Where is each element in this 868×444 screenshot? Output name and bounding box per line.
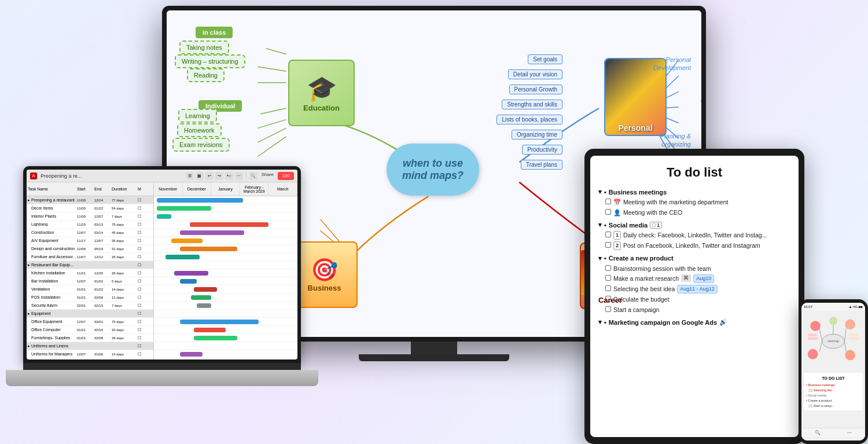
emoji-marketing: 🔊: [719, 318, 727, 326]
gantt-controls[interactable]: ☰ ▦ ↩ ↪ +○ ⋯ 🔍 Share 100: [186, 172, 294, 180]
gantt-row[interactable]: Office Equipment 12/07 03/01 75 days ☐: [27, 318, 153, 326]
section-label-social: Social media: [609, 222, 648, 229]
phone-more-icon[interactable]: ⋯: [847, 430, 852, 435]
gantt-row[interactable]: Decor Items 11/00 01/22 54 days ☐: [27, 204, 153, 212]
view-btn[interactable]: ▦: [196, 172, 204, 180]
svg-line-14: [258, 137, 286, 156]
gantt-row[interactable]: ▸ Restaurant Bar Equipment ☐: [27, 261, 153, 269]
writing-box: Writing – structuring: [175, 54, 245, 68]
num-1: 1: [613, 231, 621, 240]
month-mar: March: [269, 182, 297, 196]
section-header-business[interactable]: ▾ • Business meetings: [598, 188, 790, 196]
gantt-bar-row: [154, 253, 297, 261]
gantt-bar-row: [154, 293, 297, 302]
task-start: 01/21: [77, 328, 94, 332]
checkbox-social1[interactable]: [605, 232, 611, 237]
gantt-bar: [194, 287, 217, 292]
task-duration: 31 days: [112, 247, 138, 251]
checkbox-market[interactable]: [605, 275, 611, 281]
gantt-bar-row: [154, 229, 297, 237]
gantt-row[interactable]: Lightning 11/25 03/13 75 days ☐: [27, 221, 153, 229]
task-end: 12/07: [94, 215, 112, 218]
task-milestone: ☐: [138, 214, 154, 219]
gantt-row[interactable]: Uniforms for Kitchen crew 01/17 01/31 11…: [27, 358, 153, 359]
gantt-row[interactable]: Design and construction 12/06 05/19 31 d…: [27, 245, 153, 253]
phone-search-icon[interactable]: 🔍: [815, 430, 821, 435]
more-btn[interactable]: ⋯: [235, 172, 243, 180]
task-start: 11/00: [77, 215, 94, 218]
task-milestone: ☐: [138, 263, 154, 267]
search-btn[interactable]: 🔍: [249, 172, 258, 180]
task-name: Design and construction: [28, 247, 77, 251]
gantt-row[interactable]: ▸ Equipment ☐: [27, 310, 153, 318]
task-milestone: ☐: [138, 279, 154, 284]
gantt-bar: [197, 303, 211, 308]
collapse-arrow-marketing[interactable]: ▾: [598, 318, 602, 326]
bullet: •: [604, 189, 606, 196]
checkbox-meeting1[interactable]: [605, 199, 611, 204]
text-market-research: Make a market research: [613, 274, 679, 283]
collapse-arrow-product[interactable]: ▾: [598, 255, 602, 262]
section-label-marketing: Marketing campaign on Google Ads: [609, 319, 717, 326]
month-feb-mar: February - March 2029: [240, 182, 269, 196]
gantt-row[interactable]: Furnishings- Supplies 01/01 02/08 29 day…: [27, 334, 153, 342]
share-btn[interactable]: Share: [259, 172, 276, 180]
todo-item-budget: Calculate the budget: [605, 295, 790, 304]
gantt-row[interactable]: Furniture and Accessories 11/07 12/12 26…: [27, 253, 153, 261]
personal-growth-item: Personal Growth: [509, 85, 562, 94]
taking-notes-box: Taking notes: [179, 41, 229, 54]
gantt-row[interactable]: ▸ Preopening a restaurant 11/00 12/14 77…: [27, 196, 153, 204]
laptop-base: [6, 370, 318, 386]
gantt-row[interactable]: Construction 12/07 03/14 45 days ☐: [27, 229, 153, 237]
text-select-idea: Selecting the best idea: [613, 285, 675, 293]
collapse-arrow[interactable]: ▾: [598, 188, 602, 196]
gantt-rows: ▸ Preopening a restaurant 11/00 12/14 77…: [27, 196, 153, 359]
undo-btn[interactable]: ↩: [205, 172, 214, 180]
task-duration: 7 days: [112, 215, 138, 218]
section-header-marketing[interactable]: ▾ • Marketing campaign on Google Ads 🔊: [598, 318, 790, 326]
redo-btn[interactable]: ↪: [215, 172, 223, 180]
checkbox-idea[interactable]: [605, 285, 611, 291]
task-name: Uniforms for Managers: [28, 352, 77, 356]
gantt-row[interactable]: Office Computer 01/21 02/15 20 days ☐: [27, 326, 153, 334]
gantt-bar-row: [154, 196, 297, 204]
task-start: 11/21: [77, 271, 94, 275]
gantt-row[interactable]: POS Installation 01/21 02/06 11 days ☐: [27, 293, 153, 302]
svg-line-31: [844, 329, 846, 342]
menu-btn[interactable]: ☰: [186, 172, 194, 180]
task-name: Office Computer: [28, 328, 77, 332]
gantt-row[interactable]: Interior Plants 11/00 12/07 7 days ☐: [27, 212, 153, 221]
exam-revisions-box: Exam revisions: [172, 138, 230, 152]
career-label: Career: [598, 296, 622, 304]
col-end: End: [94, 187, 112, 191]
gantt-right-panel: November December January February - Mar…: [154, 182, 297, 359]
gantt-bar-row: [154, 277, 297, 285]
gantt-row[interactable]: A/V Equipment 11/17 12/07 35 days ☐: [27, 237, 153, 245]
svg-line-30: [819, 342, 822, 352]
checkbox-meeting2[interactable]: [605, 209, 611, 215]
checkbox-brainstorm[interactable]: [605, 265, 611, 271]
gantt-row[interactable]: Uniforms for Managers 12/07 01/06 14 day…: [27, 350, 153, 358]
task-duration: 77 days: [112, 199, 138, 202]
tag-aug10: Aug10: [693, 274, 714, 283]
section-header-social[interactable]: ▾ • Social media □ 1: [598, 221, 790, 229]
task-name: ▸ Restaurant Bar Equipment: [28, 263, 77, 267]
gantt-bar-row: [154, 310, 297, 318]
gantt-row[interactable]: Security Alarm 02/01 02/15 7 days ☐: [27, 302, 153, 310]
gantt-row[interactable]: ▸ Uniforms and Linens ☐: [27, 342, 153, 350]
task-start: 11/25: [77, 223, 94, 226]
add-btn[interactable]: +○: [225, 172, 233, 180]
collapse-arrow-social[interactable]: ▾: [598, 221, 602, 229]
gantt-bar: [157, 214, 171, 219]
checkbox-campaign[interactable]: [605, 306, 611, 312]
gantt-bar: [171, 238, 203, 243]
gantt-row[interactable]: Ventilation 01/01 01/22 14 days ☐: [27, 285, 153, 293]
svg-rect-36: [808, 337, 818, 340]
gantt-row[interactable]: Bar Installation 12/07 01/02 5 days ☐: [27, 277, 153, 285]
task-name: Construction: [28, 230, 77, 234]
svg-line-12: [258, 120, 286, 129]
section-header-product[interactable]: ▾ • Create a new product: [598, 255, 790, 262]
gantt-column-headers: Task Name Start End Duration M: [27, 182, 153, 196]
checkbox-social2[interactable]: [605, 242, 611, 248]
gantt-row[interactable]: Kitchen Installation 11/21 12/26 26 days…: [27, 269, 153, 277]
